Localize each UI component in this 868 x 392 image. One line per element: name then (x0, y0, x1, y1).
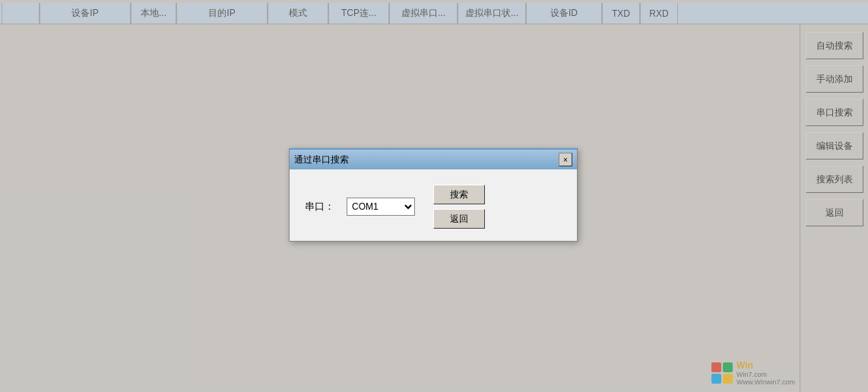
dialog-body: 串口： COM1 COM2 COM3 COM4 搜索 返回 (290, 169, 577, 241)
dialog-action-buttons: 搜索 返回 (433, 185, 485, 229)
dialog-title: 通过串口搜索 (294, 153, 349, 166)
serial-label: 串口： (305, 200, 334, 213)
serial-search-dialog: 通过串口搜索 × 串口： COM1 COM2 COM3 COM4 搜索 返回 (289, 148, 578, 242)
dialog-row-serial: 串口： COM1 COM2 COM3 COM4 搜索 返回 (305, 185, 562, 229)
dialog-titlebar: 通过串口搜索 × (290, 150, 577, 169)
dialog-close-button[interactable]: × (559, 153, 572, 166)
main-window: 设备IP 本地... 目的IP 模式 TCP连... 虚拟串口... 虚拟串口状… (0, 0, 868, 392)
dialog-cancel-button[interactable]: 返回 (433, 209, 485, 229)
dialog-search-button[interactable]: 搜索 (433, 185, 485, 204)
serial-select[interactable]: COM1 COM2 COM3 COM4 (347, 198, 415, 216)
modal-overlay: 通过串口搜索 × 串口： COM1 COM2 COM3 COM4 搜索 返回 (0, 0, 868, 392)
